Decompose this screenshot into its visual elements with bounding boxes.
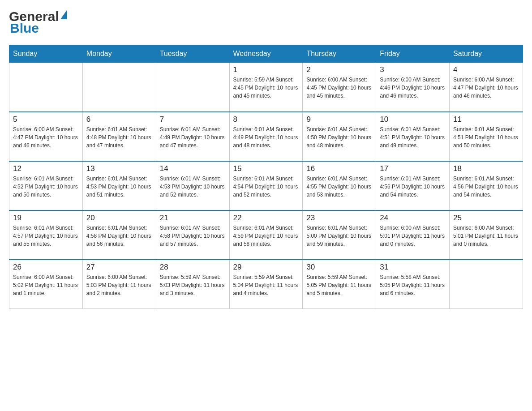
calendar-cell: 31Sunrise: 5:58 AM Sunset: 5:05 PM Dayli… (376, 260, 450, 309)
calendar-cell: 19Sunrise: 6:01 AM Sunset: 4:57 PM Dayli… (9, 210, 83, 260)
calendar-cell: 13Sunrise: 6:01 AM Sunset: 4:53 PM Dayli… (82, 161, 156, 210)
calendar-cell: 20Sunrise: 6:01 AM Sunset: 4:58 PM Dayli… (82, 210, 156, 260)
day-info: Sunrise: 5:59 AM Sunset: 4:45 PM Dayligh… (233, 76, 299, 100)
calendar-header-friday: Friday (376, 45, 450, 63)
day-number: 6 (86, 115, 152, 124)
day-number: 25 (453, 214, 519, 223)
day-number: 13 (86, 164, 152, 173)
day-info: Sunrise: 6:01 AM Sunset: 4:48 PM Dayligh… (86, 125, 152, 150)
calendar-cell: 15Sunrise: 6:01 AM Sunset: 4:54 PM Dayli… (229, 161, 303, 210)
calendar-cell: 7Sunrise: 6:01 AM Sunset: 4:49 PM Daylig… (156, 112, 229, 161)
day-number: 30 (306, 263, 372, 272)
day-number: 24 (380, 214, 446, 223)
calendar-cell: 10Sunrise: 6:01 AM Sunset: 4:51 PM Dayli… (376, 112, 450, 161)
day-number: 28 (160, 263, 226, 272)
day-info: Sunrise: 6:01 AM Sunset: 4:53 PM Dayligh… (160, 175, 226, 199)
day-info: Sunrise: 6:01 AM Sunset: 4:49 PM Dayligh… (233, 125, 299, 150)
day-info: Sunrise: 5:58 AM Sunset: 5:05 PM Dayligh… (380, 273, 446, 297)
calendar-cell: 28Sunrise: 5:59 AM Sunset: 5:03 PM Dayli… (156, 260, 229, 309)
day-info: Sunrise: 6:01 AM Sunset: 4:54 PM Dayligh… (233, 175, 299, 199)
calendar-cell: 23Sunrise: 6:01 AM Sunset: 5:00 PM Dayli… (303, 210, 376, 260)
day-number: 18 (453, 164, 519, 173)
calendar-cell: 21Sunrise: 6:01 AM Sunset: 4:58 PM Dayli… (156, 210, 229, 260)
day-info: Sunrise: 6:01 AM Sunset: 4:55 PM Dayligh… (306, 175, 372, 199)
calendar-cell: 12Sunrise: 6:01 AM Sunset: 4:52 PM Dayli… (9, 161, 83, 210)
calendar-cell: 30Sunrise: 5:59 AM Sunset: 5:05 PM Dayli… (303, 260, 376, 309)
calendar-cell (156, 63, 229, 112)
day-info: Sunrise: 6:01 AM Sunset: 4:56 PM Dayligh… (453, 175, 519, 199)
day-info: Sunrise: 6:01 AM Sunset: 4:49 PM Dayligh… (160, 125, 226, 150)
day-info: Sunrise: 6:01 AM Sunset: 4:53 PM Dayligh… (86, 175, 152, 199)
day-info: Sunrise: 6:00 AM Sunset: 5:01 PM Dayligh… (453, 224, 519, 248)
day-number: 22 (233, 214, 299, 223)
day-info: Sunrise: 6:01 AM Sunset: 4:57 PM Dayligh… (13, 224, 79, 248)
calendar-week-row: 5Sunrise: 6:00 AM Sunset: 4:47 PM Daylig… (9, 112, 523, 161)
day-number: 12 (13, 164, 79, 173)
day-info: Sunrise: 5:59 AM Sunset: 5:05 PM Dayligh… (306, 273, 372, 297)
day-info: Sunrise: 5:59 AM Sunset: 5:03 PM Dayligh… (160, 273, 226, 297)
calendar-cell: 29Sunrise: 5:59 AM Sunset: 5:04 PM Dayli… (229, 260, 303, 309)
day-number: 29 (233, 263, 299, 272)
day-number: 1 (233, 65, 299, 74)
calendar-week-row: 1Sunrise: 5:59 AM Sunset: 4:45 PM Daylig… (9, 63, 523, 112)
day-number: 9 (306, 115, 372, 124)
calendar-header-row: SundayMondayTuesdayWednesdayThursdayFrid… (9, 45, 523, 63)
day-number: 4 (453, 65, 519, 74)
day-info: Sunrise: 6:00 AM Sunset: 4:46 PM Dayligh… (380, 76, 446, 100)
calendar-week-row: 19Sunrise: 6:01 AM Sunset: 4:57 PM Dayli… (9, 210, 523, 260)
calendar-header-tuesday: Tuesday (156, 45, 229, 63)
day-number: 31 (380, 263, 446, 272)
page-header: General Blue (9, 9, 523, 36)
day-info: Sunrise: 6:01 AM Sunset: 4:56 PM Dayligh… (380, 175, 446, 199)
logo: General Blue (9, 9, 68, 36)
calendar-cell: 16Sunrise: 6:01 AM Sunset: 4:55 PM Dayli… (303, 161, 376, 210)
calendar-cell: 14Sunrise: 6:01 AM Sunset: 4:53 PM Dayli… (156, 161, 229, 210)
day-number: 3 (380, 65, 446, 74)
day-number: 26 (13, 263, 79, 272)
day-info: Sunrise: 6:01 AM Sunset: 5:00 PM Dayligh… (306, 224, 372, 248)
day-number: 21 (160, 214, 226, 223)
calendar-cell (450, 260, 523, 309)
calendar-cell: 22Sunrise: 6:01 AM Sunset: 4:59 PM Dayli… (229, 210, 303, 260)
calendar-cell: 5Sunrise: 6:00 AM Sunset: 4:47 PM Daylig… (9, 112, 83, 161)
calendar-cell: 4Sunrise: 6:00 AM Sunset: 4:47 PM Daylig… (450, 63, 523, 112)
day-info: Sunrise: 6:01 AM Sunset: 4:59 PM Dayligh… (233, 224, 299, 248)
day-info: Sunrise: 6:00 AM Sunset: 4:45 PM Dayligh… (306, 76, 372, 100)
calendar-week-row: 26Sunrise: 6:00 AM Sunset: 5:02 PM Dayli… (9, 260, 523, 309)
calendar-cell (9, 63, 83, 112)
day-number: 23 (306, 214, 372, 223)
calendar-header-thursday: Thursday (303, 45, 376, 63)
day-number: 27 (86, 263, 152, 272)
day-info: Sunrise: 6:00 AM Sunset: 5:03 PM Dayligh… (86, 273, 152, 297)
calendar-cell: 9Sunrise: 6:01 AM Sunset: 4:50 PM Daylig… (303, 112, 376, 161)
day-info: Sunrise: 6:01 AM Sunset: 4:58 PM Dayligh… (160, 224, 226, 248)
calendar-cell (82, 63, 156, 112)
calendar-cell: 3Sunrise: 6:00 AM Sunset: 4:46 PM Daylig… (376, 63, 450, 112)
calendar-header-saturday: Saturday (450, 45, 523, 63)
calendar-cell: 11Sunrise: 6:01 AM Sunset: 4:51 PM Dayli… (450, 112, 523, 161)
logo-triangle-icon (60, 10, 67, 19)
calendar-cell: 27Sunrise: 6:00 AM Sunset: 5:03 PM Dayli… (82, 260, 156, 309)
calendar-header-wednesday: Wednesday (229, 45, 303, 63)
calendar-cell: 24Sunrise: 6:00 AM Sunset: 5:01 PM Dayli… (376, 210, 450, 260)
calendar-header-sunday: Sunday (9, 45, 83, 63)
calendar-cell: 26Sunrise: 6:00 AM Sunset: 5:02 PM Dayli… (9, 260, 83, 309)
day-number: 16 (306, 164, 372, 173)
calendar-cell: 2Sunrise: 6:00 AM Sunset: 4:45 PM Daylig… (303, 63, 376, 112)
day-number: 2 (306, 65, 372, 74)
calendar-cell: 6Sunrise: 6:01 AM Sunset: 4:48 PM Daylig… (82, 112, 156, 161)
day-info: Sunrise: 6:01 AM Sunset: 4:51 PM Dayligh… (380, 125, 446, 150)
day-info: Sunrise: 6:01 AM Sunset: 4:52 PM Dayligh… (13, 175, 79, 199)
day-info: Sunrise: 6:00 AM Sunset: 4:47 PM Dayligh… (453, 76, 519, 100)
calendar-header-monday: Monday (82, 45, 156, 63)
day-info: Sunrise: 6:01 AM Sunset: 4:58 PM Dayligh… (86, 224, 152, 248)
day-number: 15 (233, 164, 299, 173)
day-number: 20 (86, 214, 152, 223)
day-info: Sunrise: 6:01 AM Sunset: 4:51 PM Dayligh… (453, 125, 519, 150)
logo-blue-text: Blue (10, 21, 39, 35)
day-info: Sunrise: 6:00 AM Sunset: 5:01 PM Dayligh… (380, 224, 446, 248)
day-info: Sunrise: 5:59 AM Sunset: 5:04 PM Dayligh… (233, 273, 299, 297)
calendar-cell: 17Sunrise: 6:01 AM Sunset: 4:56 PM Dayli… (376, 161, 450, 210)
day-number: 19 (13, 214, 79, 223)
day-number: 7 (160, 115, 226, 124)
